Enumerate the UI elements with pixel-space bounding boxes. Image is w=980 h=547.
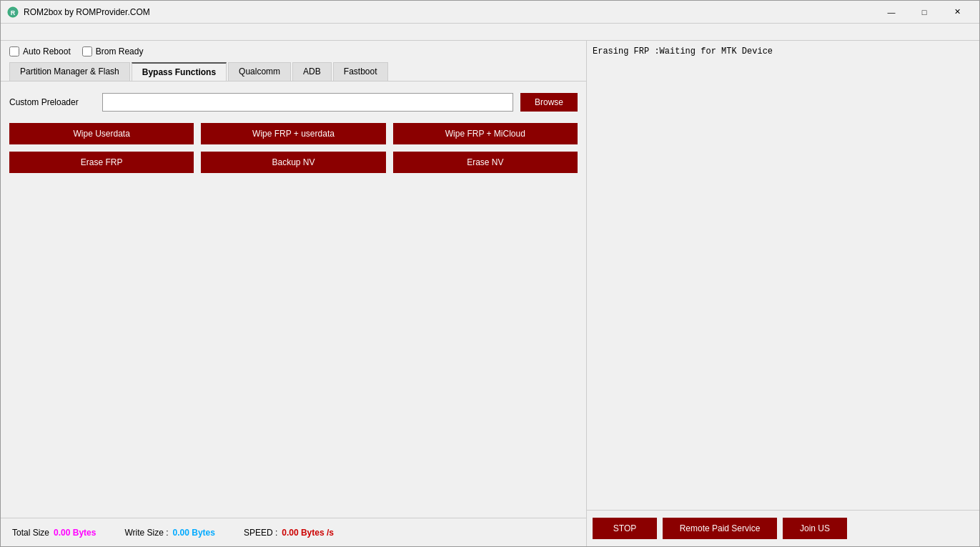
buttons-row-2: Erase FRP Backup NV Erase NV <box>9 152 578 173</box>
total-size-item: Total Size 0.00 Bytes <box>12 528 96 538</box>
speed-label: SPEED : <box>244 528 277 538</box>
wipe-frp-userdata-button[interactable]: Wipe FRP + userdata <box>201 123 385 144</box>
speed-value: 0.00 Bytes /s <box>282 528 334 538</box>
close-button[interactable]: ✕ <box>941 1 974 24</box>
wipe-userdata-button[interactable]: Wipe Userdata <box>9 123 194 144</box>
title-bar: R ROM2box by ROMProvider.COM — □ ✕ <box>1 1 979 24</box>
tab-qualcomm[interactable]: Qualcomm <box>228 62 291 81</box>
checkboxes-row: Auto Reboot Brom Ready <box>1 41 586 62</box>
tabs-row: Partition Manager & Flash Bypass Functio… <box>1 62 586 82</box>
preloader-input[interactable] <box>102 93 513 112</box>
join-us-button[interactable]: Join US <box>783 518 847 539</box>
log-area: Erasing FRP :Waiting for MTK Device <box>587 41 979 511</box>
preloader-label: Custom Preloader <box>9 97 95 107</box>
remote-paid-button[interactable]: Remote Paid Service <box>663 518 777 539</box>
app-icon: R <box>6 6 19 19</box>
left-panel: Auto Reboot Brom Ready Partition Manager… <box>1 41 587 546</box>
svg-text:R: R <box>11 9 16 16</box>
preloader-row: Custom Preloader Browse <box>9 93 578 112</box>
tab-bypass[interactable]: Bypass Functions <box>132 62 227 81</box>
bottom-buttons: STOP Remote Paid Service Join US <box>587 511 979 546</box>
minimize-button[interactable]: — <box>875 1 908 24</box>
auto-reboot-checkbox[interactable]: Auto Reboot <box>9 46 71 56</box>
menu-bar <box>1 24 979 41</box>
write-size-item: Write Size : 0.00 Bytes <box>124 528 215 538</box>
maximize-button[interactable]: □ <box>908 1 941 24</box>
total-size-value: 0.00 Bytes <box>54 528 96 538</box>
erase-nv-button[interactable]: Erase NV <box>393 152 578 173</box>
status-bar: Total Size 0.00 Bytes Write Size : 0.00 … <box>1 518 586 546</box>
auto-reboot-input[interactable] <box>9 46 19 56</box>
auto-reboot-label: Auto Reboot <box>23 46 71 56</box>
tab-partition[interactable]: Partition Manager & Flash <box>9 62 130 81</box>
brom-ready-label: Brom Ready <box>96 46 144 56</box>
log-text: Erasing FRP :Waiting for MTK Device <box>593 46 773 56</box>
action-buttons-grid: Wipe Userdata Wipe FRP + userdata Wipe F… <box>9 123 578 173</box>
tab-adb[interactable]: ADB <box>292 62 332 81</box>
right-panel: Erasing FRP :Waiting for MTK Device STOP… <box>587 41 979 546</box>
erase-frp-button[interactable]: Erase FRP <box>9 152 194 173</box>
browse-button[interactable]: Browse <box>520 93 578 112</box>
write-size-label: Write Size : <box>124 528 168 538</box>
brom-ready-input[interactable] <box>82 46 92 56</box>
main-window: R ROM2box by ROMProvider.COM — □ ✕ Auto … <box>0 0 980 547</box>
total-size-label: Total Size <box>12 528 49 538</box>
bypass-tab-content: Custom Preloader Browse Wipe Userdata Wi… <box>1 82 586 518</box>
wipe-frp-micloud-button[interactable]: Wipe FRP + MiCloud <box>393 123 578 144</box>
window-title: ROM2box by ROMProvider.COM <box>24 7 875 17</box>
brom-ready-checkbox[interactable]: Brom Ready <box>82 46 144 56</box>
buttons-row-1: Wipe Userdata Wipe FRP + userdata Wipe F… <box>9 123 578 144</box>
speed-item: SPEED : 0.00 Bytes /s <box>244 528 334 538</box>
write-size-value: 0.00 Bytes <box>173 528 215 538</box>
main-content: Auto Reboot Brom Ready Partition Manager… <box>1 41 979 546</box>
backup-nv-button[interactable]: Backup NV <box>201 152 385 173</box>
window-controls: — □ ✕ <box>875 1 974 24</box>
tab-fastboot[interactable]: Fastboot <box>333 62 388 81</box>
stop-button[interactable]: STOP <box>593 518 657 539</box>
